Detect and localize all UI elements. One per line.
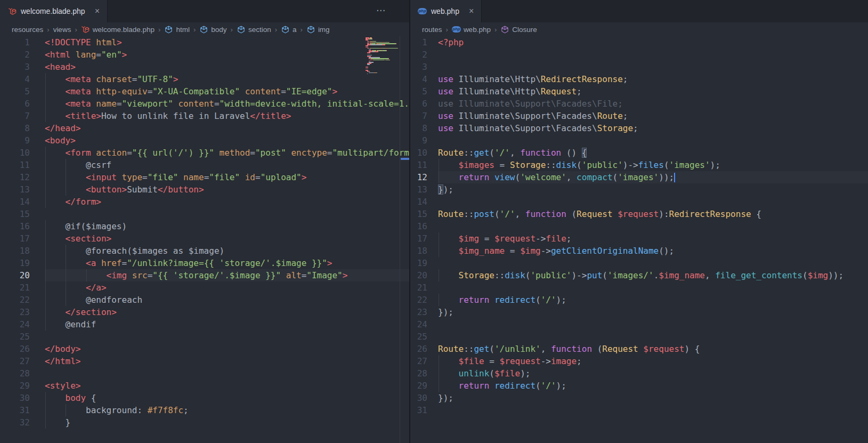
code-line[interactable]: 30 body { — [0, 392, 409, 404]
code-line[interactable]: 19 <a href="/unlink?image={{ 'storage/'.… — [0, 257, 409, 269]
indent-guide — [439, 367, 439, 380]
indent-guide — [45, 281, 46, 294]
code-line[interactable]: 25 — [0, 331, 409, 343]
cube-purple-icon — [500, 25, 509, 34]
tab-web-php[interactable]: php web.php × — [410, 0, 482, 22]
line-content: return view('welcome', compact('images')… — [438, 171, 868, 183]
code-line[interactable]: 27 $file = $request->image; — [410, 355, 868, 367]
code-line[interactable]: 29<style> — [0, 380, 409, 392]
more-actions-button[interactable]: ⋯ — [376, 5, 386, 16]
code-line[interactable]: 7 <title>How to unlink file in Laravel</… — [0, 110, 409, 122]
code-area-left[interactable]: 1<!DOCTYPE html>2<html lang="en">3<head>… — [0, 36, 409, 443]
breadcrumb-item-img[interactable]: img — [306, 25, 330, 34]
code-line[interactable]: 16 @if($images) — [0, 220, 409, 232]
code-line[interactable]: 30}); — [410, 392, 868, 404]
breadcrumb-item-routes[interactable]: routes — [422, 26, 442, 34]
code-line[interactable]: 28 — [0, 367, 409, 380]
code-line[interactable]: 9 — [410, 134, 868, 147]
code-line[interactable]: 28 unlink($file); — [410, 367, 868, 380]
breadcrumb-item-web-php[interactable]: phpweb.php — [452, 25, 491, 34]
indent-guide — [45, 245, 46, 257]
code-line[interactable]: 31 — [410, 404, 868, 416]
code-line[interactable]: 5use Illuminate\Http\Request; — [410, 85, 868, 98]
code-line[interactable]: 11 $images = Storage::disk('public')->fi… — [410, 159, 868, 171]
line-number: 20 — [0, 269, 30, 281]
breadcrumb-item-views[interactable]: views — [53, 26, 71, 34]
close-icon[interactable]: × — [94, 6, 101, 16]
code-line[interactable]: 1<?php — [410, 36, 868, 49]
code-line[interactable]: 14 </form> — [0, 196, 409, 208]
code-line[interactable]: 21 </a> — [0, 281, 409, 294]
code-line[interactable]: 2<html lang="en"> — [0, 49, 409, 61]
line-number: 22 — [0, 294, 30, 306]
breadcrumb-item-resources[interactable]: resources — [12, 26, 43, 34]
tabbar-left: welcome.blade.php × ⋯ — [0, 0, 409, 22]
code-line[interactable]: 12 <input type="file" name="file" id="up… — [0, 171, 409, 183]
code-line[interactable]: 27</html> — [0, 355, 409, 367]
code-line[interactable]: 12 return view('welcome', compact('image… — [410, 171, 868, 183]
code-line[interactable]: 13 <button>Submit</button> — [0, 183, 409, 196]
code-line[interactable]: 14 — [410, 196, 868, 208]
code-line[interactable]: 32 } — [0, 416, 409, 429]
code-line[interactable]: 24 — [410, 318, 868, 331]
code-line[interactable]: 20 <img src="{{ 'storage/'.$image }}" al… — [0, 269, 409, 281]
code-line[interactable]: 19 — [410, 257, 868, 269]
minimap[interactable] — [366, 37, 399, 75]
code-line[interactable]: 24 @endif — [0, 318, 409, 331]
code-line[interactable]: 17 $img = $request->file; — [410, 232, 868, 245]
code-line[interactable]: 10 <form action="{{ url('/') }}" method=… — [0, 147, 409, 159]
breadcrumb-right: routes›phpweb.php›Closure — [410, 22, 868, 36]
breadcrumb-item-section[interactable]: section — [237, 25, 271, 34]
breadcrumb-item-welcome-blade-php[interactable]: welcome.blade.php — [81, 25, 155, 34]
line-content: use Illuminate\Support\Facades\Route; — [438, 110, 868, 122]
code-line[interactable]: 22 @endforeach — [0, 294, 409, 306]
close-icon[interactable]: × — [468, 6, 475, 16]
code-line[interactable]: 31 background: #f7f8fc; — [0, 404, 409, 416]
code-line[interactable]: 21 — [410, 281, 868, 294]
code-line[interactable]: 18 @foreach($images as $image) — [0, 245, 409, 257]
code-line[interactable]: 15Route::post('/', function (Request $re… — [410, 208, 868, 220]
code-line[interactable]: 7use Illuminate\Support\Facades\Route; — [410, 110, 868, 122]
code-line[interactable]: 9<body> — [0, 134, 409, 147]
code-line[interactable]: 23}); — [410, 306, 868, 318]
code-line[interactable]: 15 — [0, 208, 409, 220]
code-line[interactable]: 8</head> — [0, 122, 409, 134]
code-line[interactable]: 26</body> — [0, 343, 409, 355]
line-content: }); — [438, 306, 868, 318]
code-line[interactable]: 23 </section> — [0, 306, 409, 318]
line-content — [438, 49, 868, 61]
breadcrumb-item-html[interactable]: html — [164, 25, 190, 34]
code-line[interactable]: 17 <section> — [0, 232, 409, 245]
breadcrumb-item-a[interactable]: a — [281, 25, 297, 34]
code-line[interactable]: 8use Illuminate\Support\Facades\Storage; — [410, 122, 868, 134]
line-number: 26 — [0, 343, 30, 355]
line-number: 24 — [410, 318, 427, 331]
code-line[interactable]: 4 <meta charset="UTF-8"> — [0, 73, 409, 85]
code-line[interactable]: 6use Illuminate\Support\Facades\File; — [410, 98, 868, 110]
code-line[interactable]: 11 @csrf — [0, 159, 409, 171]
code-line[interactable]: 25 — [410, 331, 868, 343]
indent-guide — [45, 98, 46, 110]
tab-welcome-blade[interactable]: welcome.blade.php × — [0, 0, 108, 22]
breadcrumb-item-Closure[interactable]: Closure — [500, 25, 537, 34]
code-line[interactable]: 3<head> — [0, 61, 409, 73]
code-line[interactable]: 18 $img_name = $img->getClientOriginalNa… — [410, 245, 868, 257]
code-line[interactable]: 10Route::get('/', function () { — [410, 147, 868, 159]
line-content: Route::get('/', function () { — [438, 147, 868, 159]
code-line[interactable]: 13}); — [410, 183, 868, 196]
code-line[interactable]: 22 return redirect('/'); — [410, 294, 868, 306]
code-line[interactable]: 29 return redirect('/'); — [410, 380, 868, 392]
scrollbar-marker[interactable] — [401, 158, 409, 160]
code-line[interactable]: 4use Illuminate\Http\RedirectResponse; — [410, 73, 868, 85]
code-line[interactable]: 3 — [410, 61, 868, 73]
code-line[interactable]: 16 — [410, 220, 868, 232]
breadcrumb-item-body[interactable]: body — [199, 25, 226, 34]
code-area-right[interactable]: 1<?php234use Illuminate\Http\RedirectRes… — [410, 36, 868, 443]
code-line[interactable]: 20 Storage::disk('public')->put('images/… — [410, 269, 868, 281]
code-line[interactable]: 26Route::get('/unlink', function (Reques… — [410, 343, 868, 355]
code-line[interactable]: 6 <meta name="viewport" content="width=d… — [0, 98, 409, 110]
code-line[interactable]: 5 <meta http-equiv="X-UA-Compatible" con… — [0, 85, 409, 98]
code-line[interactable]: 1<!DOCTYPE html> — [0, 36, 409, 49]
code-line[interactable]: 2 — [410, 49, 868, 61]
indent-guide — [45, 416, 46, 429]
